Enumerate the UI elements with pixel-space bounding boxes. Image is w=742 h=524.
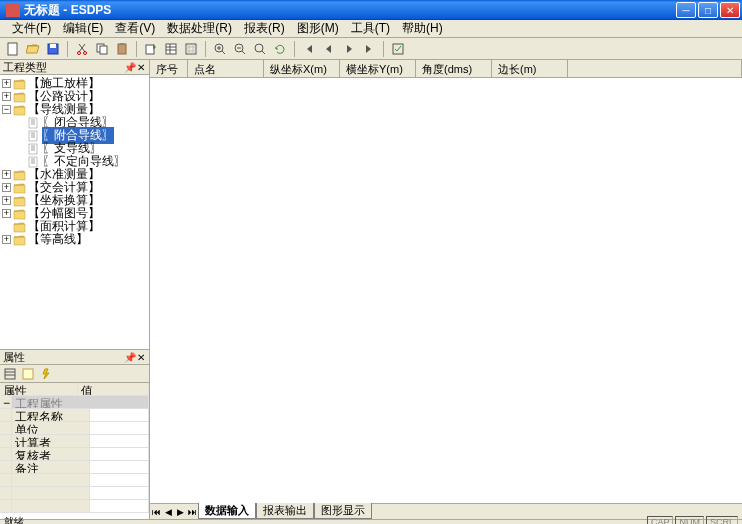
status-num: NUM <box>675 516 704 524</box>
prop-value[interactable] <box>90 461 149 474</box>
prop-header-val: 值 <box>78 383 149 396</box>
new-button[interactable] <box>4 40 22 58</box>
first-button[interactable] <box>300 40 318 58</box>
expand-icon[interactable]: + <box>2 183 11 192</box>
expand-icon[interactable]: + <box>2 92 11 101</box>
tree-item[interactable]: +【等高线】 <box>0 233 149 246</box>
menu-graph[interactable]: 图形(M) <box>291 19 345 38</box>
svg-rect-21 <box>23 369 33 379</box>
column-header[interactable]: 角度(dms) <box>416 60 492 78</box>
column-header[interactable]: 横坐标Y(m) <box>340 60 416 78</box>
categorized-icon[interactable] <box>3 367 17 381</box>
close-button[interactable]: ✕ <box>720 2 740 18</box>
prop-key: 单位 <box>12 422 90 435</box>
check-button[interactable] <box>389 40 407 58</box>
maximize-button[interactable]: □ <box>698 2 718 18</box>
expand-icon[interactable]: − <box>2 105 11 114</box>
tab-last-icon[interactable]: ⏭ <box>186 505 198 519</box>
tab[interactable]: 图形显示 <box>314 503 372 519</box>
prop-toolbar <box>0 365 149 383</box>
svg-rect-10 <box>166 44 176 54</box>
menu-report[interactable]: 报表(R) <box>238 19 291 38</box>
expand-icon[interactable]: + <box>2 170 11 179</box>
minimize-button[interactable]: ─ <box>676 2 696 18</box>
svg-point-14 <box>255 44 263 52</box>
prop-value[interactable] <box>90 435 149 448</box>
svg-rect-11 <box>186 44 196 54</box>
prop-pane-header: 属性 📌 ✕ <box>0 350 149 365</box>
property-table[interactable]: 属性值−工程属性工程名称单位计算者复核者备注 <box>0 383 149 519</box>
tree-label[interactable]: 【等高线】 <box>28 231 88 248</box>
table-button[interactable] <box>162 40 180 58</box>
status-scrl: SCRL <box>706 516 738 524</box>
column-header[interactable]: 边长(m) <box>492 60 568 78</box>
menu-help[interactable]: 帮助(H) <box>396 19 449 38</box>
prop-value[interactable] <box>90 409 149 422</box>
svg-point-4 <box>84 51 87 54</box>
lightning-icon[interactable] <box>39 367 53 381</box>
titlebar: 无标题 - ESDPS ─ □ ✕ <box>0 0 742 20</box>
close-pane-icon[interactable]: ✕ <box>135 62 146 73</box>
save-button[interactable] <box>44 40 62 58</box>
prop-value[interactable] <box>90 448 149 461</box>
prop-header-key: 属性 <box>0 383 78 396</box>
menu-view[interactable]: 查看(V) <box>109 19 161 38</box>
column-header[interactable]: 纵坐标X(m) <box>264 60 340 78</box>
project-tree[interactable]: +【施工放样】+【公路设计】−【导线测量】〖闭合导线〗〖附合导线〗〖支导线〗〖不… <box>0 75 149 349</box>
column-header[interactable] <box>568 60 742 78</box>
pin-icon[interactable]: 📌 <box>124 352 135 363</box>
menubar: 文件(F) 编辑(E) 查看(V) 数据处理(R) 报表(R) 图形(M) 工具… <box>0 20 742 38</box>
refresh-button[interactable] <box>271 40 289 58</box>
prop-category: 工程属性 <box>12 396 149 409</box>
expand-icon[interactable]: + <box>2 196 11 205</box>
column-header[interactable]: 点名 <box>188 60 264 78</box>
cut-button[interactable] <box>73 40 91 58</box>
expand-icon[interactable]: + <box>2 209 11 218</box>
zoomout-button[interactable] <box>231 40 249 58</box>
svg-rect-7 <box>118 44 126 54</box>
svg-rect-9 <box>146 45 154 54</box>
svg-rect-8 <box>120 43 124 45</box>
expand-icon[interactable]: + <box>2 79 11 88</box>
tab-next-icon[interactable]: ▶ <box>174 505 186 519</box>
svg-rect-20 <box>5 369 15 379</box>
prop-value[interactable] <box>90 422 149 435</box>
toolbar <box>0 38 742 60</box>
svg-point-3 <box>78 51 81 54</box>
tab[interactable]: 报表输出 <box>256 503 314 519</box>
svg-rect-0 <box>8 43 17 55</box>
close-pane-icon[interactable]: ✕ <box>135 352 146 363</box>
collapse-icon[interactable]: − <box>0 396 12 409</box>
zoomin-button[interactable] <box>211 40 229 58</box>
status-ready: 就绪 <box>4 515 24 524</box>
zoomfit-button[interactable] <box>251 40 269 58</box>
window-title: 无标题 - ESDPS <box>24 2 676 19</box>
export-button[interactable] <box>142 40 160 58</box>
tab-prev-icon[interactable]: ◀ <box>162 505 174 519</box>
menu-edit[interactable]: 编辑(E) <box>57 19 109 38</box>
alphabetical-icon[interactable] <box>21 367 35 381</box>
prop-key: 复核者 <box>12 448 90 461</box>
menu-tool[interactable]: 工具(T) <box>345 19 396 38</box>
svg-rect-6 <box>100 46 107 54</box>
paste-button[interactable] <box>113 40 131 58</box>
data-grid[interactable]: 序号点名纵坐标X(m)横坐标Y(m)角度(dms)边长(m) <box>150 60 742 503</box>
svg-rect-2 <box>50 44 56 48</box>
grid-button[interactable] <box>182 40 200 58</box>
prop-key: 计算者 <box>12 435 90 448</box>
copy-button[interactable] <box>93 40 111 58</box>
open-button[interactable] <box>24 40 42 58</box>
prop-key: 备注 <box>12 461 90 474</box>
expand-icon[interactable]: + <box>2 235 11 244</box>
prev-button[interactable] <box>320 40 338 58</box>
tab[interactable]: 数据输入 <box>198 503 256 519</box>
menu-file[interactable]: 文件(F) <box>6 19 57 38</box>
app-icon <box>6 3 20 17</box>
statusbar: 就绪 CAP NUM SCRL <box>0 519 742 524</box>
column-header[interactable]: 序号 <box>150 60 188 78</box>
pin-icon[interactable]: 📌 <box>124 62 135 73</box>
menu-data[interactable]: 数据处理(R) <box>161 19 238 38</box>
last-button[interactable] <box>360 40 378 58</box>
next-button[interactable] <box>340 40 358 58</box>
tab-first-icon[interactable]: ⏮ <box>150 505 162 519</box>
